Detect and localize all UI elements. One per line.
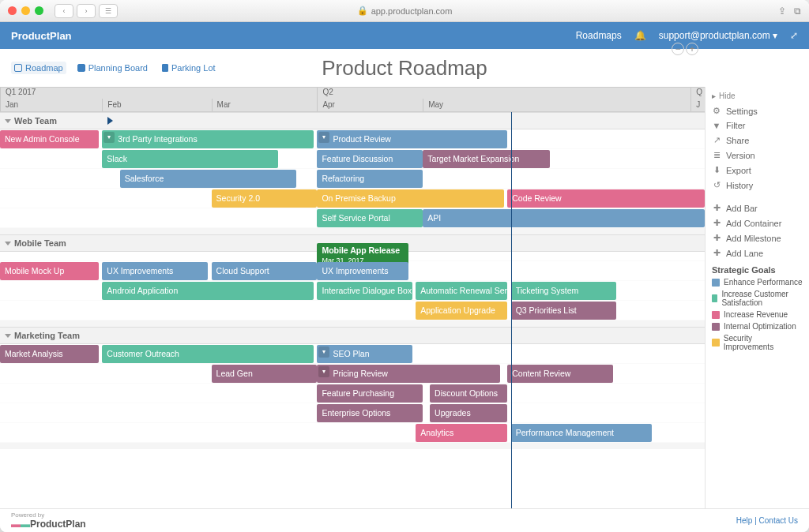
- tabs-icon[interactable]: ⧉: [794, 6, 801, 17]
- expand-icon[interactable]: ▾: [318, 347, 329, 358]
- tool-filter[interactable]: ▼Filter: [712, 118, 803, 133]
- expand-icon[interactable]: ▾: [103, 132, 115, 143]
- roadmap-bar[interactable]: Q3 Priorities List: [511, 302, 617, 320]
- roadmap-bar[interactable]: Security 2.0: [212, 189, 318, 208]
- back-button[interactable]: ‹: [55, 4, 73, 18]
- bar-label: Market Analysis: [5, 349, 63, 358]
- legend-label: Internal Optimization: [724, 322, 796, 331]
- sidebar-toggle-button[interactable]: ☰: [99, 4, 118, 18]
- minimize-icon[interactable]: [21, 6, 30, 15]
- expand-icon[interactable]: ▾: [318, 132, 329, 143]
- roadmap-bar[interactable]: Feature Purchasing: [317, 384, 423, 403]
- roadmap-bar[interactable]: API: [423, 209, 705, 227]
- browser-titlebar: ‹ › ☰ 🔒 app.productplan.com ⇪ ⧉: [0, 0, 809, 22]
- lane-header[interactable]: Marketing Team: [0, 327, 705, 344]
- bell-icon[interactable]: 🔔: [634, 30, 646, 41]
- tool-settings[interactable]: ⚙Settings: [712, 103, 803, 118]
- roadmap-bar[interactable]: Feature Discussion: [317, 150, 423, 168]
- tab-parking-lot[interactable]: Parking Lot: [159, 62, 219, 74]
- zoom-out-button[interactable]: −: [672, 49, 684, 55]
- roadmap-bar[interactable]: Mobile Mock Up: [0, 262, 99, 280]
- bar-label: Upgrades: [435, 408, 471, 418]
- roadmap-bar[interactable]: Target Market Expansion: [423, 150, 550, 168]
- add-add-bar[interactable]: ✚Add Bar: [712, 200, 803, 215]
- roadmap-bar[interactable]: Refactoring: [317, 170, 423, 188]
- roadmap-bar[interactable]: Performance Management: [511, 424, 652, 442]
- contact-link[interactable]: Contact Us: [759, 516, 798, 525]
- legend-item[interactable]: Enhance Performance: [712, 276, 803, 288]
- roadmap-bar[interactable]: On Premise Backup: [317, 189, 503, 208]
- share-icon[interactable]: ⇪: [778, 6, 786, 17]
- roadmap-bar[interactable]: ▾Pricing Review: [317, 365, 500, 383]
- bar-label: Automatic Renewal Service: [420, 286, 507, 295]
- month-label: May: [423, 99, 690, 111]
- user-menu[interactable]: support@productplan.com ▾: [659, 30, 777, 41]
- tool-export[interactable]: ⬇Export: [712, 163, 803, 178]
- add-add-lane[interactable]: ✚Add Lane: [712, 245, 803, 260]
- add-label: Add Container: [726, 219, 781, 228]
- roadmap-bar[interactable]: ▾3rd Party Integrations: [102, 130, 314, 148]
- fullscreen-icon[interactable]: ⤢: [790, 30, 798, 41]
- footer-logo[interactable]: ▬▬ProductPlan: [11, 519, 86, 530]
- brand-logo[interactable]: ProductPlan: [11, 30, 72, 42]
- legend-label: Increase Revenue: [724, 310, 788, 319]
- roadmap-bar[interactable]: Automatic Renewal Service: [416, 282, 507, 300]
- roadmap-bar[interactable]: Cloud Support: [212, 262, 318, 280]
- tab-roadmap[interactable]: Roadmap: [11, 62, 66, 74]
- lanes-container[interactable]: Web TeamReleaseMay 21, 2017New Admin Con…: [0, 112, 705, 508]
- roadmap-bar[interactable]: Interactive Dialogue Box: [317, 282, 412, 300]
- lock-icon: 🔒: [357, 6, 368, 16]
- bar-label: Lead Gen: [216, 369, 253, 378]
- roadmap-bar[interactable]: ▾SEO Plan: [317, 345, 412, 363]
- roadmap-bar[interactable]: Ticketing System: [511, 282, 617, 300]
- bar-label: Target Market Expansion: [427, 154, 519, 163]
- roadmap-bar[interactable]: Application Upgrade: [416, 302, 507, 320]
- lane-header[interactable]: Web Team: [0, 112, 705, 129]
- legend-item[interactable]: Increase Customer Satisfaction: [712, 288, 803, 309]
- forward-button[interactable]: ›: [77, 4, 96, 18]
- expand-icon[interactable]: ▾: [318, 366, 329, 377]
- bar-label: UX Improvements: [107, 266, 173, 275]
- tool-share[interactable]: ↗Share: [712, 133, 803, 148]
- bar-label: Android Application: [107, 286, 178, 295]
- roadmap-bar[interactable]: New Admin Console: [0, 130, 99, 148]
- strategic-goals-heading: Strategic Goals: [712, 265, 803, 275]
- maximize-icon[interactable]: [35, 6, 43, 15]
- bar-label: Mobile Mock Up: [5, 266, 64, 275]
- lane-body: Mobile App ReleaseMar 31, 2017Mobile Moc…: [0, 252, 705, 320]
- legend-item[interactable]: Internal Optimization: [712, 320, 803, 332]
- roadmap-bar[interactable]: Code Review: [507, 189, 705, 208]
- view-tabs: Roadmap Planning Board Parking Lot: [11, 62, 219, 74]
- roadmap-bar[interactable]: UX Improvements: [102, 262, 208, 280]
- tool-history[interactable]: ↺History: [712, 178, 803, 193]
- roadmap-bar[interactable]: Analytics: [416, 424, 507, 442]
- roadmap-bar[interactable]: Slack: [102, 150, 278, 168]
- close-icon[interactable]: [8, 6, 17, 15]
- roadmaps-link[interactable]: Roadmaps: [576, 30, 622, 41]
- roadmap-bar[interactable]: Discount Options: [430, 384, 507, 403]
- hide-panel-button[interactable]: ▸ Hide: [712, 92, 803, 100]
- add-add-container[interactable]: ✚Add Container: [712, 215, 803, 230]
- roadmap-bar[interactable]: Content Review: [507, 365, 613, 383]
- roadmap-bar[interactable]: Self Service Portal: [317, 209, 423, 227]
- roadmap-bar[interactable]: Salesforce: [120, 170, 296, 188]
- legend-item[interactable]: Increase Revenue: [712, 309, 803, 320]
- legend-swatch: [712, 339, 720, 347]
- legend-item[interactable]: Security Improvements: [712, 332, 803, 353]
- app-header-right: Roadmaps 🔔 support@productplan.com ▾ ⤢: [576, 30, 798, 41]
- add-add-milestone[interactable]: ✚Add Milestone: [712, 230, 803, 245]
- roadmap-bar[interactable]: Enterprise Options: [317, 404, 423, 422]
- tool-version[interactable]: ≣Version: [712, 148, 803, 163]
- roadmap-bar[interactable]: Android Application: [102, 282, 314, 300]
- help-link[interactable]: Help: [736, 516, 753, 525]
- address-bar[interactable]: 🔒 app.productplan.com: [357, 6, 453, 16]
- roadmap-bar[interactable]: Customer Outreach: [102, 345, 314, 363]
- roadmap-bar[interactable]: Lead Gen: [212, 365, 318, 383]
- bar-label: Feature Discussion: [322, 154, 393, 163]
- roadmap-bar[interactable]: Market Analysis: [0, 345, 99, 363]
- roadmap-bar[interactable]: ▾Product Review: [317, 130, 507, 148]
- zoom-in-button[interactable]: +: [686, 49, 698, 55]
- tab-planning-board[interactable]: Planning Board: [74, 62, 151, 74]
- roadmap-bar[interactable]: Upgrades: [430, 404, 507, 422]
- roadmap-bar[interactable]: UX Improvements: [317, 262, 408, 280]
